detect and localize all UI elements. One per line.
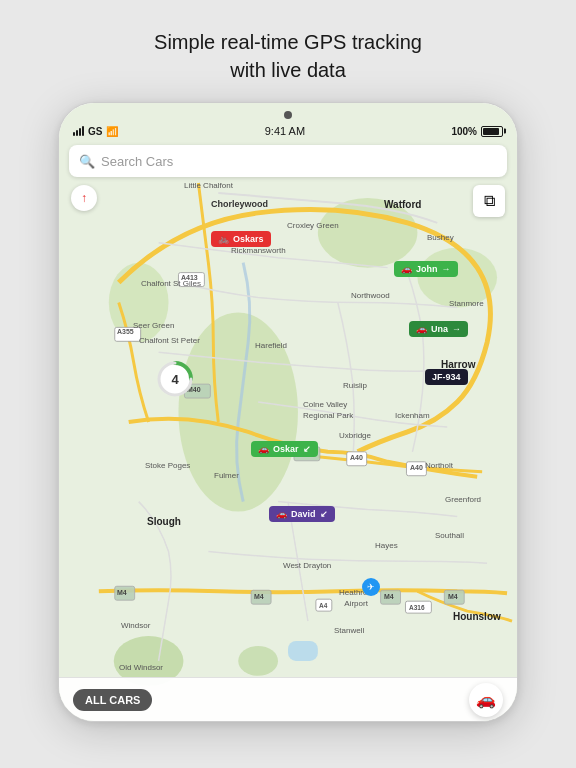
battery-icon [481, 126, 503, 137]
signal-bars [73, 126, 84, 136]
car-tab-button[interactable]: 🚗 [469, 683, 503, 717]
signal-bar-1 [73, 132, 75, 136]
tracker-jf934[interactable]: JF-934 [425, 369, 468, 385]
search-icon: 🔍 [79, 154, 95, 169]
search-bar[interactable]: 🔍 Search Cars [69, 145, 507, 177]
svg-rect-15 [347, 452, 367, 466]
svg-rect-11 [115, 586, 135, 600]
layers-button[interactable]: ⧉ [473, 185, 505, 217]
cluster-group[interactable]: 4 [157, 361, 193, 397]
bottom-bar: ALL CARS 🚗 [59, 677, 517, 721]
return-arrow-icon: ↙ [303, 444, 311, 454]
wifi-icon: 📶 [106, 126, 118, 137]
svg-rect-14 [444, 590, 464, 604]
bike-icon: 🚲 [218, 234, 229, 244]
tracker-label: Oskars [233, 234, 264, 244]
svg-rect-16 [406, 462, 426, 476]
car-icon-david: 🚗 [276, 509, 287, 519]
svg-rect-6 [288, 641, 318, 661]
compass-button[interactable]: ↑ [71, 185, 97, 211]
svg-rect-8 [178, 273, 204, 287]
svg-rect-7 [115, 327, 141, 341]
battery-percent: 100% [451, 126, 477, 137]
svg-rect-18 [405, 601, 431, 613]
arrow-icon: → [452, 324, 461, 334]
signal-bar-4 [82, 126, 84, 136]
tracker-label: David [291, 509, 316, 519]
compass-icon: ↑ [81, 191, 87, 205]
tracker-oskars[interactable]: 🚲 Oskars [211, 231, 271, 247]
tracker-david[interactable]: 🚗 David ↙ [269, 506, 335, 522]
map-area[interactable]: A355 A413 M40 M40 A40 A40 M4 M4 M4 M4 A4… [59, 103, 517, 721]
phone-frame: A355 A413 M40 M40 A40 A40 M4 M4 M4 M4 A4… [58, 102, 518, 722]
status-bar: GS 📶 9:41 AM 100% [59, 121, 517, 141]
signal-bar-3 [79, 128, 81, 136]
tracker-label: Una [431, 324, 448, 334]
map-background: A355 A413 M40 M40 A40 A40 M4 M4 M4 M4 A4… [59, 103, 517, 721]
svg-point-5 [238, 646, 278, 676]
battery-fill [483, 128, 499, 135]
cluster-number: 4 [171, 372, 178, 387]
carrier-label: GS [88, 126, 102, 137]
signal-bar-2 [76, 130, 78, 136]
svg-rect-12 [251, 590, 271, 604]
svg-rect-17 [316, 599, 332, 611]
car-tab-icon: 🚗 [476, 690, 496, 709]
svg-rect-13 [381, 590, 401, 604]
status-right: 100% [451, 126, 503, 137]
status-time: 9:41 AM [265, 125, 305, 137]
all-cars-button[interactable]: ALL CARS [73, 689, 152, 711]
car-icon-una: 🚗 [416, 324, 427, 334]
page-title: Simple real-time GPS tracking with live … [40, 28, 536, 84]
tracker-una[interactable]: 🚗 Una → [409, 321, 468, 337]
car-icon-john: 🚗 [401, 264, 412, 274]
arrow-icon: → [442, 264, 451, 274]
return-arrow-icon2: ↙ [320, 509, 328, 519]
heathrow-pin[interactable]: ✈ [362, 578, 380, 596]
tracker-label: John [416, 264, 438, 274]
search-placeholder: Search Cars [101, 154, 173, 169]
car-icon-oskar: 🚗 [258, 444, 269, 454]
tracker-oskar[interactable]: 🚗 Oskar ↙ [251, 441, 318, 457]
tracker-label: JF-934 [432, 372, 461, 382]
status-left: GS 📶 [73, 126, 118, 137]
tracker-john[interactable]: 🚗 John → [394, 261, 458, 277]
camera-dot [284, 111, 292, 119]
tracker-label: Oskar [273, 444, 299, 454]
layers-icon: ⧉ [484, 192, 495, 210]
header-area: Simple real-time GPS tracking with live … [0, 0, 576, 102]
